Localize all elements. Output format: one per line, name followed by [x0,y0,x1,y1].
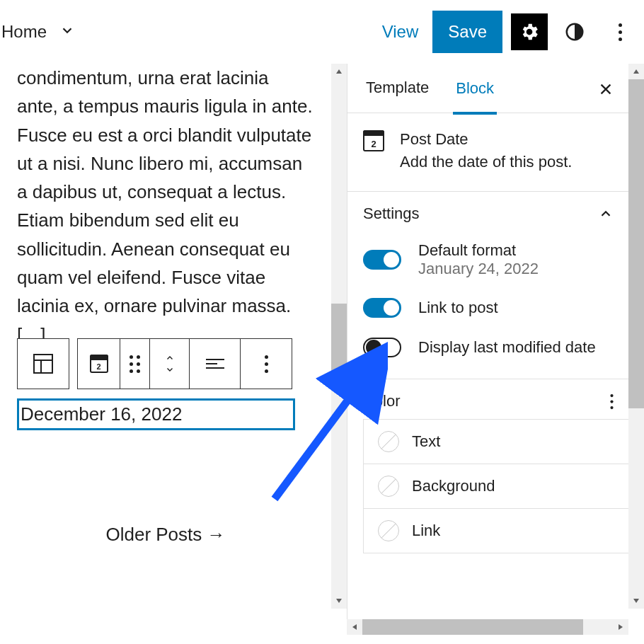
scrollbar-thumb[interactable] [362,619,583,635]
main-area: condimentum, urna erat lacinia ante, a t… [0,64,644,619]
top-bar: Home View Save [0,0,644,64]
contrast-icon [564,21,585,42]
toggle-display-modified[interactable] [363,338,401,357]
chevron-down-icon [163,364,177,374]
close-sidebar-button[interactable] [598,79,614,102]
setting-sublabel: January 24, 2022 [418,260,539,278]
color-label: Link [412,522,440,540]
sidebar-tabs: Template Block [347,64,629,113]
setting-label: Link to post [418,299,498,317]
color-swatch-icon [378,476,399,497]
setting-label: Display last modified date [418,338,596,357]
layout-icon [33,354,53,374]
block-title: Post Date [400,130,572,149]
setting-link-to-post: Link to post [347,288,629,328]
setting-default-format: Default format January 24, 2022 [347,231,629,288]
drag-handle[interactable] [120,339,150,389]
tab-block[interactable]: Block [453,79,497,115]
color-swatch-icon [378,520,399,541]
scroll-right-icon[interactable] [613,619,628,635]
vertical-dots-icon [265,355,268,373]
move-buttons[interactable] [150,339,190,389]
scrollbar-thumb[interactable] [628,79,644,408]
color-text[interactable]: Text [363,419,629,464]
color-section-header[interactable]: Color [347,379,629,419]
parent-block-button[interactable] [18,339,69,389]
scrollbar-thumb[interactable] [331,304,347,380]
top-actions: View Save [376,11,638,53]
scroll-down-icon[interactable] [628,593,644,609]
setting-label: Default format [418,241,539,260]
vertical-dots-icon[interactable] [610,393,613,408]
color-label: Background [412,477,495,495]
view-link[interactable]: View [376,18,425,46]
options-button[interactable] [602,13,638,50]
older-posts-link[interactable]: Older Posts → [0,524,331,546]
scroll-up-icon[interactable] [331,64,347,79]
color-link[interactable]: Link [363,508,629,553]
styles-button[interactable] [556,13,593,50]
chevron-up-icon [163,353,177,363]
breadcrumb-label: Home [1,22,47,42]
gear-icon [519,21,540,42]
drag-icon [130,355,140,373]
close-icon [598,81,614,97]
scroll-left-icon[interactable] [347,619,362,635]
sidebar-scrollbar[interactable] [628,64,644,609]
post-date-block[interactable]: December 16, 2022 [17,398,295,430]
post-excerpt: condimentum, urna erat lacinia ante, a t… [17,64,314,349]
settings-button[interactable] [511,13,548,50]
settings-sidebar: Template Block 2 Post Date Add the date … [347,64,644,619]
setting-display-modified: Display last modified date [347,328,629,367]
block-toolbar: 2 [17,338,292,389]
toggle-default-format[interactable] [363,250,401,270]
block-options-button[interactable] [241,339,292,389]
chevron-down-icon [59,23,75,41]
color-title: Color [363,392,401,410]
tab-template[interactable]: Template [363,79,432,98]
color-label: Text [412,432,440,451]
color-background[interactable]: Background [363,464,629,508]
settings-section-header[interactable]: Settings [347,192,629,231]
settings-title: Settings [363,205,420,223]
editor-column: condimentum, urna erat lacinia ante, a t… [0,64,347,619]
align-button[interactable] [190,339,241,389]
save-button[interactable]: Save [432,11,502,53]
vertical-dots-icon [619,23,622,41]
editor-scrollbar[interactable] [331,64,347,609]
calendar-icon: 2 [90,355,108,373]
block-description: Add the date of this post. [400,153,572,171]
sidebar-hscrollbar[interactable] [347,619,628,635]
align-icon [206,356,224,372]
calendar-icon: 2 [363,130,384,151]
breadcrumb[interactable]: Home [0,22,75,42]
scroll-up-icon[interactable] [628,64,644,79]
color-swatch-icon [378,431,399,452]
block-type-button[interactable]: 2 [78,339,120,389]
toggle-link-to-post[interactable] [363,298,401,318]
scroll-down-icon[interactable] [331,593,347,609]
editor-canvas[interactable]: condimentum, urna erat lacinia ante, a t… [0,64,331,609]
chevron-up-icon [598,206,614,222]
block-info: 2 Post Date Add the date of this post. [347,113,629,192]
